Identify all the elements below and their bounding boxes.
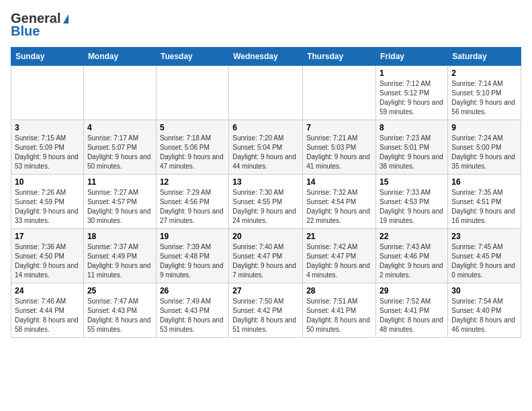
day-number: 21	[306, 232, 372, 241]
calendar-cell	[303, 66, 376, 120]
day-info: Sunrise: 7:29 AMSunset: 4:56 PMDaylight:…	[160, 188, 225, 226]
day-number: 20	[232, 232, 299, 241]
calendar-header-sunday: Sunday	[11, 48, 84, 66]
day-number: 3	[15, 123, 80, 132]
day-info: Sunrise: 7:20 AMSunset: 5:04 PMDaylight:…	[232, 134, 299, 171]
day-info: Sunrise: 7:21 AMSunset: 5:03 PMDaylight:…	[306, 134, 372, 171]
calendar-cell: 22Sunrise: 7:43 AMSunset: 4:46 PMDayligh…	[376, 229, 448, 283]
calendar-cell	[11, 66, 84, 120]
calendar-cell: 15Sunrise: 7:33 AMSunset: 4:53 PMDayligh…	[376, 175, 448, 229]
day-info: Sunrise: 7:36 AMSunset: 4:50 PMDaylight:…	[15, 242, 80, 280]
day-number: 19	[160, 232, 225, 241]
day-info: Sunrise: 7:27 AMSunset: 4:57 PMDaylight:…	[87, 188, 152, 226]
calendar-cell: 17Sunrise: 7:36 AMSunset: 4:50 PMDayligh…	[11, 229, 84, 283]
day-info: Sunrise: 7:50 AMSunset: 4:42 PMDaylight:…	[232, 297, 299, 334]
day-info: Sunrise: 7:32 AMSunset: 4:54 PMDaylight:…	[306, 188, 372, 226]
day-number: 13	[232, 177, 299, 187]
calendar-cell: 19Sunrise: 7:39 AMSunset: 4:48 PMDayligh…	[156, 229, 228, 283]
day-number: 29	[380, 286, 444, 295]
calendar-cell: 28Sunrise: 7:51 AMSunset: 4:41 PMDayligh…	[303, 283, 376, 338]
day-info: Sunrise: 7:49 AMSunset: 4:43 PMDaylight:…	[160, 297, 225, 334]
calendar-table: SundayMondayTuesdayWednesdayThursdayFrid…	[11, 47, 521, 338]
day-info: Sunrise: 7:14 AMSunset: 5:10 PMDaylight:…	[451, 79, 517, 117]
calendar-cell: 11Sunrise: 7:27 AMSunset: 4:57 PMDayligh…	[83, 175, 156, 229]
day-info: Sunrise: 7:39 AMSunset: 4:48 PMDaylight:…	[160, 242, 225, 280]
day-number: 23	[451, 232, 517, 241]
day-info: Sunrise: 7:43 AMSunset: 4:46 PMDaylight:…	[380, 242, 444, 280]
calendar-cell: 9Sunrise: 7:24 AMSunset: 5:00 PMDaylight…	[448, 120, 521, 175]
calendar-cell: 3Sunrise: 7:15 AMSunset: 5:09 PMDaylight…	[11, 120, 84, 175]
calendar-week-1: 1Sunrise: 7:12 AMSunset: 5:12 PMDaylight…	[11, 66, 521, 120]
calendar-cell: 4Sunrise: 7:17 AMSunset: 5:07 PMDaylight…	[83, 120, 156, 175]
day-info: Sunrise: 7:46 AMSunset: 4:44 PMDaylight:…	[15, 297, 80, 334]
day-info: Sunrise: 7:42 AMSunset: 4:47 PMDaylight:…	[306, 242, 372, 280]
calendar-week-3: 10Sunrise: 7:26 AMSunset: 4:59 PMDayligh…	[11, 175, 521, 229]
day-info: Sunrise: 7:33 AMSunset: 4:53 PMDaylight:…	[380, 188, 444, 226]
day-info: Sunrise: 7:17 AMSunset: 5:07 PMDaylight:…	[87, 134, 152, 171]
day-number: 9	[451, 123, 517, 132]
calendar-week-2: 3Sunrise: 7:15 AMSunset: 5:09 PMDaylight…	[11, 120, 521, 175]
calendar-cell: 12Sunrise: 7:29 AMSunset: 4:56 PMDayligh…	[156, 175, 228, 229]
calendar-cell	[156, 66, 228, 120]
day-number: 22	[380, 232, 444, 241]
logo: General Blue	[11, 11, 69, 39]
calendar-cell: 7Sunrise: 7:21 AMSunset: 5:03 PMDaylight…	[303, 120, 376, 175]
calendar-cell: 23Sunrise: 7:45 AMSunset: 4:45 PMDayligh…	[448, 229, 521, 283]
calendar-header-wednesday: Wednesday	[229, 48, 303, 66]
day-number: 11	[87, 177, 152, 187]
calendar-cell: 8Sunrise: 7:23 AMSunset: 5:01 PMDaylight…	[376, 120, 448, 175]
day-number: 16	[451, 177, 517, 187]
calendar-header-row: SundayMondayTuesdayWednesdayThursdayFrid…	[11, 48, 521, 66]
calendar-cell: 16Sunrise: 7:35 AMSunset: 4:51 PMDayligh…	[448, 175, 521, 229]
day-number: 17	[15, 232, 80, 241]
calendar-header-saturday: Saturday	[448, 48, 521, 66]
calendar-cell: 14Sunrise: 7:32 AMSunset: 4:54 PMDayligh…	[303, 175, 376, 229]
calendar-cell: 26Sunrise: 7:49 AMSunset: 4:43 PMDayligh…	[156, 283, 228, 338]
day-number: 24	[15, 286, 80, 295]
day-info: Sunrise: 7:26 AMSunset: 4:59 PMDaylight:…	[15, 188, 80, 226]
calendar-week-5: 24Sunrise: 7:46 AMSunset: 4:44 PMDayligh…	[11, 283, 521, 338]
calendar-body: 1Sunrise: 7:12 AMSunset: 5:12 PMDaylight…	[11, 66, 521, 338]
calendar-cell	[229, 66, 303, 120]
calendar-cell: 21Sunrise: 7:42 AMSunset: 4:47 PMDayligh…	[303, 229, 376, 283]
day-number: 18	[87, 232, 152, 241]
calendar-header-friday: Friday	[376, 48, 448, 66]
day-number: 27	[232, 286, 299, 295]
calendar-cell: 18Sunrise: 7:37 AMSunset: 4:49 PMDayligh…	[83, 229, 156, 283]
day-info: Sunrise: 7:30 AMSunset: 4:55 PMDaylight:…	[232, 188, 299, 226]
day-number: 6	[232, 123, 299, 132]
day-info: Sunrise: 7:35 AMSunset: 4:51 PMDaylight:…	[451, 188, 517, 226]
calendar-header-monday: Monday	[83, 48, 156, 66]
day-info: Sunrise: 7:47 AMSunset: 4:43 PMDaylight:…	[87, 297, 152, 334]
day-number: 15	[380, 177, 444, 187]
calendar-cell: 27Sunrise: 7:50 AMSunset: 4:42 PMDayligh…	[229, 283, 303, 338]
calendar-cell: 25Sunrise: 7:47 AMSunset: 4:43 PMDayligh…	[83, 283, 156, 338]
day-number: 25	[87, 286, 152, 295]
calendar-cell: 20Sunrise: 7:40 AMSunset: 4:47 PMDayligh…	[229, 229, 303, 283]
day-number: 8	[380, 123, 444, 132]
day-number: 10	[15, 177, 80, 187]
day-info: Sunrise: 7:52 AMSunset: 4:41 PMDaylight:…	[380, 297, 444, 334]
day-number: 2	[451, 68, 517, 78]
day-number: 28	[306, 286, 372, 295]
calendar-cell: 6Sunrise: 7:20 AMSunset: 5:04 PMDaylight…	[229, 120, 303, 175]
calendar-cell	[83, 66, 156, 120]
day-info: Sunrise: 7:40 AMSunset: 4:47 PMDaylight:…	[232, 242, 299, 280]
day-info: Sunrise: 7:54 AMSunset: 4:40 PMDaylight:…	[451, 297, 517, 334]
calendar-header-tuesday: Tuesday	[156, 48, 228, 66]
calendar-week-4: 17Sunrise: 7:36 AMSunset: 4:50 PMDayligh…	[11, 229, 521, 283]
day-number: 30	[451, 286, 517, 295]
page-header: General Blue	[11, 11, 521, 39]
day-info: Sunrise: 7:15 AMSunset: 5:09 PMDaylight:…	[15, 134, 80, 171]
day-number: 1	[380, 68, 444, 78]
calendar-cell: 29Sunrise: 7:52 AMSunset: 4:41 PMDayligh…	[376, 283, 448, 338]
calendar-cell: 13Sunrise: 7:30 AMSunset: 4:55 PMDayligh…	[229, 175, 303, 229]
day-info: Sunrise: 7:24 AMSunset: 5:00 PMDaylight:…	[451, 134, 517, 171]
day-info: Sunrise: 7:45 AMSunset: 4:45 PMDaylight:…	[451, 242, 517, 280]
calendar-cell: 5Sunrise: 7:18 AMSunset: 5:06 PMDaylight…	[156, 120, 228, 175]
calendar-header-thursday: Thursday	[303, 48, 376, 66]
day-number: 5	[160, 123, 225, 132]
calendar-cell: 10Sunrise: 7:26 AMSunset: 4:59 PMDayligh…	[11, 175, 84, 229]
day-info: Sunrise: 7:51 AMSunset: 4:41 PMDaylight:…	[306, 297, 372, 334]
calendar-cell: 30Sunrise: 7:54 AMSunset: 4:40 PMDayligh…	[448, 283, 521, 338]
